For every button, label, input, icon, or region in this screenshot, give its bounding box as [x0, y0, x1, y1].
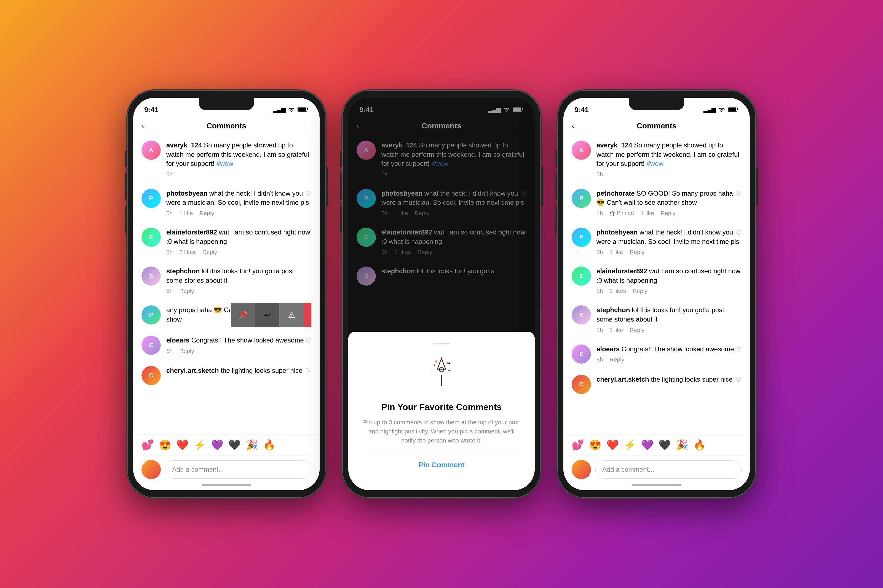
- heart-icon[interactable]: ♡: [736, 229, 742, 236]
- reply-button[interactable]: Reply: [179, 288, 194, 294]
- heart-icon[interactable]: ♡: [305, 190, 311, 198]
- comment-username: petrichorate: [596, 190, 635, 197]
- report-action[interactable]: ⚠: [279, 303, 304, 327]
- comment-item: E elaineforster892 wut I am so confused …: [572, 261, 742, 300]
- back-button[interactable]: ‹: [141, 122, 144, 130]
- heart-icon[interactable]: ♡: [736, 345, 742, 353]
- emoji-fire[interactable]: 🔥: [693, 439, 705, 451]
- comment-content: elaineforster892 wut I am so confused ri…: [166, 228, 311, 255]
- reply-button[interactable]: Reply: [633, 288, 647, 294]
- emoji-heart[interactable]: ❤️: [606, 439, 619, 451]
- heart-icon[interactable]: ♡: [736, 376, 742, 384]
- emoji-hearts[interactable]: 💕: [141, 439, 154, 451]
- emoji-party[interactable]: 🎉: [246, 439, 258, 451]
- comment-content: eloears Congrats!! The show looked aweso…: [166, 336, 311, 354]
- comment-content: petrichorate SO GOOD! So many props haha…: [596, 189, 742, 217]
- comment-item: A averyk_124 So many people showed up to…: [572, 135, 742, 183]
- avatar: S: [572, 305, 591, 325]
- wifi-icon: [718, 106, 725, 114]
- comment-content: elaineforster892 wut I am so confused ri…: [596, 267, 742, 294]
- back-button[interactable]: ‹: [572, 122, 574, 130]
- comment-time: 5h: [166, 249, 173, 255]
- comment-text: eloears Congrats!! The show looked aweso…: [596, 344, 742, 354]
- avatar: S: [141, 267, 161, 286]
- comment-meta: 1h 2 likes Reply: [596, 288, 742, 294]
- comment-item: S stephchon lol this looks fun! you gott…: [572, 300, 742, 339]
- comment-content: cheryl.art.sketch the lighting looks sup…: [596, 375, 742, 384]
- battery-icon: [298, 106, 308, 113]
- emoji-heart[interactable]: ❤️: [176, 439, 189, 451]
- heart-icon[interactable]: ♡: [736, 190, 742, 198]
- comment-time: 1h: [596, 288, 603, 294]
- reply-button[interactable]: Reply: [630, 249, 644, 255]
- emoji-love[interactable]: 😍: [589, 439, 602, 451]
- avatar: E: [572, 344, 591, 364]
- emoji-lightning[interactable]: ⚡: [624, 439, 636, 451]
- svg-point-13: [435, 360, 437, 363]
- emoji-party[interactable]: 🎉: [676, 439, 688, 451]
- comment-input[interactable]: Add a comment...: [596, 460, 742, 478]
- comment-content: eloears Congrats!! The show looked aweso…: [596, 344, 742, 363]
- comment-username: averyk_124: [596, 141, 632, 149]
- comment-username: averyk_124: [166, 141, 202, 149]
- comment-meta: 5h 1 like Reply: [596, 249, 742, 255]
- emoji-black-heart[interactable]: 🖤: [659, 439, 671, 451]
- comment-item: A averyk_124 So many people showed up to…: [141, 135, 311, 183]
- emoji-love[interactable]: 😍: [159, 439, 171, 451]
- reply-button[interactable]: Reply: [199, 210, 214, 217]
- comment-text: stephchon lol this looks fun! you gotta …: [166, 267, 311, 285]
- heart-icon[interactable]: ♡: [305, 229, 311, 236]
- comment-text: stephchon lol this looks fun! you gotta …: [596, 305, 742, 324]
- delete-action[interactable]: 🗑: [304, 303, 311, 327]
- comment-item: E eloears Congrats!! The show looked awe…: [141, 330, 311, 360]
- wifi-icon: [287, 106, 295, 114]
- avatar: E: [572, 267, 591, 286]
- like-count: 2 likes: [179, 249, 196, 255]
- comment-item: P photosbyean what the heck! I didn't kn…: [141, 183, 311, 222]
- avatar: P: [572, 228, 591, 247]
- page-title: Comments: [206, 122, 247, 130]
- reply-button[interactable]: Reply: [630, 327, 644, 333]
- avatar: P: [572, 189, 591, 208]
- comment-meta: 5h Reply: [166, 288, 311, 294]
- battery-icon: [728, 106, 739, 113]
- like-count: 2 likes: [609, 288, 626, 294]
- reply-button[interactable]: Reply: [179, 348, 194, 354]
- pin-comment-button[interactable]: Pin Comment: [362, 456, 521, 474]
- comment-username: stephchon: [596, 306, 630, 314]
- heart-icon[interactable]: ♡: [305, 367, 311, 375]
- pin-action[interactable]: 📌: [231, 303, 255, 327]
- comment-content: stephchon lol this looks fun! you gotta …: [596, 305, 742, 333]
- comment-meta: 5h Reply: [166, 348, 311, 354]
- hashtag: #wow: [646, 160, 663, 167]
- emoji-purple-heart[interactable]: 💜: [211, 439, 223, 451]
- reply-button[interactable]: Reply: [661, 210, 675, 217]
- reply-action[interactable]: ↩: [255, 303, 279, 327]
- notch: [199, 98, 254, 110]
- comment-item: E elaineforster892 wut I am so confused …: [141, 222, 311, 261]
- avatar: P: [141, 305, 161, 325]
- nav-bar: ‹ Comments: [133, 117, 320, 135]
- comment-meta: 5h Reply: [596, 356, 742, 363]
- svg-text:·: ·: [430, 371, 431, 374]
- emoji-purple-heart[interactable]: 💜: [641, 439, 654, 451]
- comment-meta: 1h Pinned 1 like Reply: [596, 210, 742, 217]
- comment-username: photosbyean: [596, 228, 638, 236]
- reply-button[interactable]: Reply: [609, 356, 624, 363]
- pin-modal-sheet: ✦ ✦ ✦ · Pin Your Favorite Comments Pin u…: [348, 332, 535, 490]
- comment-item: P photosbyean what the heck! I didn't kn…: [572, 222, 742, 261]
- comment-time: 5h: [166, 210, 173, 217]
- comment-text: elaineforster892 wut I am so confused ri…: [596, 267, 742, 285]
- emoji-fire[interactable]: 🔥: [263, 439, 275, 451]
- heart-icon[interactable]: ♡: [305, 337, 311, 344]
- comment-time: 1h: [596, 210, 603, 217]
- emoji-lightning[interactable]: ⚡: [194, 439, 206, 451]
- comment-input[interactable]: Add a comment...: [165, 460, 311, 478]
- comment-time: 5h: [596, 171, 603, 178]
- reply-button[interactable]: Reply: [202, 249, 217, 255]
- emoji-black-heart[interactable]: 🖤: [228, 439, 241, 451]
- comment-time: 5h: [596, 249, 603, 255]
- svg-text:✦: ✦: [433, 363, 436, 367]
- emoji-hearts[interactable]: 💕: [572, 439, 584, 451]
- comment-username: elaineforster892: [166, 228, 217, 236]
